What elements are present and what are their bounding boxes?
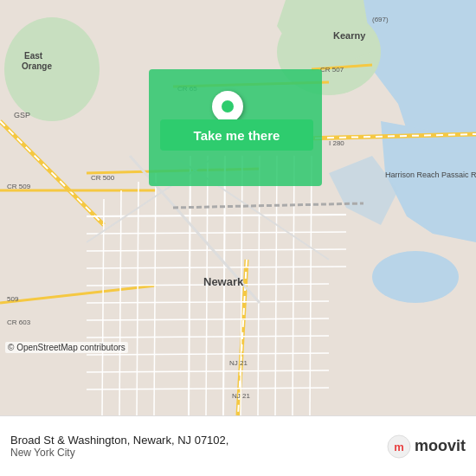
svg-point-3 [372, 251, 459, 303]
svg-text:NJ 21: NJ 21 [232, 392, 250, 400]
svg-text:NJ 21: NJ 21 [229, 359, 248, 367]
address-text: Broad St & Washington, Newark, NJ 07102, [10, 434, 387, 447]
moovit-name: moovit [415, 437, 466, 455]
city-text: New York City [10, 447, 387, 459]
take-me-there-button[interactable]: Take me there [160, 119, 313, 151]
location-pin [212, 91, 243, 122]
map-container: GSP CR 65 CR 507 I 280 CR 509 CR 500 509… [0, 0, 476, 415]
map-background: GSP CR 65 CR 507 I 280 CR 509 CR 500 509… [0, 0, 476, 415]
svg-text:m: m [394, 441, 404, 453]
svg-text:Harrison Reach Passaic Riv...: Harrison Reach Passaic Riv... [385, 170, 476, 179]
moovit-icon: m [387, 434, 411, 459]
svg-text:CR 507: CR 507 [320, 66, 344, 74]
address-section: Broad St & Washington, Newark, NJ 07102,… [10, 434, 387, 459]
svg-text:East: East [24, 51, 43, 61]
moovit-logo: m moovit [387, 434, 466, 459]
svg-text:509: 509 [7, 295, 19, 303]
svg-text:CR 500: CR 500 [91, 174, 115, 182]
svg-text:CR 603: CR 603 [7, 318, 31, 326]
svg-text:(697): (697) [372, 16, 389, 23]
osm-credit: © OpenStreetMap contributors [5, 342, 128, 353]
svg-text:Kearny: Kearny [333, 30, 366, 41]
svg-text:GSP: GSP [14, 111, 30, 119]
svg-text:CR 509: CR 509 [7, 183, 31, 190]
svg-text:Orange: Orange [22, 61, 52, 71]
svg-text:I 280: I 280 [329, 139, 344, 147]
svg-text:Newark: Newark [203, 275, 244, 288]
bottom-bar: Broad St & Washington, Newark, NJ 07102,… [0, 415, 476, 476]
